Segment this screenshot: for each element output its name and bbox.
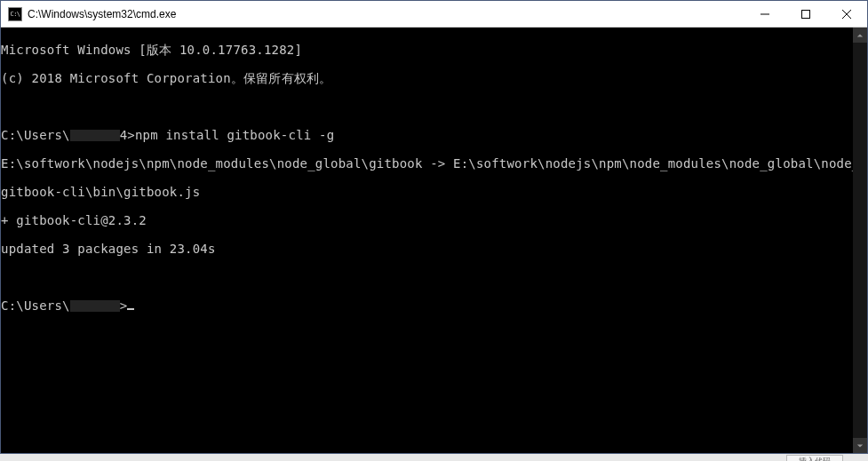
terminal-line: [1, 270, 867, 284]
terminal-line: (c) 2018 Microsoft Corporation。保留所有权利。: [1, 71, 867, 85]
terminal-line: gitbook-cli\bin\gitbook.js: [1, 185, 867, 199]
terminal-prompt-line: C:\Users\>: [1, 298, 867, 313]
terminal-line: Microsoft Windows [版本 10.0.17763.1282]: [1, 43, 867, 57]
vertical-scrollbar[interactable]: [853, 28, 867, 453]
close-button[interactable]: [826, 1, 867, 27]
chevron-down-icon: [856, 442, 864, 449]
minimize-button[interactable]: [745, 1, 785, 27]
maximize-icon: [801, 10, 810, 19]
close-icon: [842, 10, 851, 19]
redacted-username: [70, 300, 120, 312]
redacted-username: [70, 130, 120, 141]
terminal-line: E:\softwork\nodejs\npm\node_modules\node…: [1, 156, 867, 171]
terminal-line: updated 3 packages in 23.04s: [1, 242, 867, 256]
window-controls: [745, 1, 867, 27]
terminal-cursor: [127, 308, 134, 310]
maximize-button[interactable]: [785, 1, 826, 27]
terminal-line: [1, 99, 867, 114]
ime-hint: 插入代码: [786, 455, 843, 461]
chevron-up-icon: [856, 32, 864, 39]
minimize-icon: [760, 10, 769, 19]
cmd-window: C:\ C:\Windows\system32\cmd.exe Microsof…: [0, 0, 868, 454]
scroll-up-button[interactable]: [853, 28, 867, 43]
window-title: C:\Windows\system32\cmd.exe: [28, 8, 745, 20]
titlebar[interactable]: C:\ C:\Windows\system32\cmd.exe: [1, 1, 867, 28]
cmd-icon: C:\: [8, 7, 22, 21]
terminal-body[interactable]: Microsoft Windows [版本 10.0.17763.1282] (…: [1, 28, 867, 453]
scroll-down-button[interactable]: [853, 438, 867, 453]
svg-rect-1: [802, 10, 810, 18]
terminal-line: + gitbook-cli@2.3.2: [1, 213, 867, 227]
terminal-prompt-line: C:\Users\4>npm install gitbook-cli -g: [1, 128, 867, 142]
